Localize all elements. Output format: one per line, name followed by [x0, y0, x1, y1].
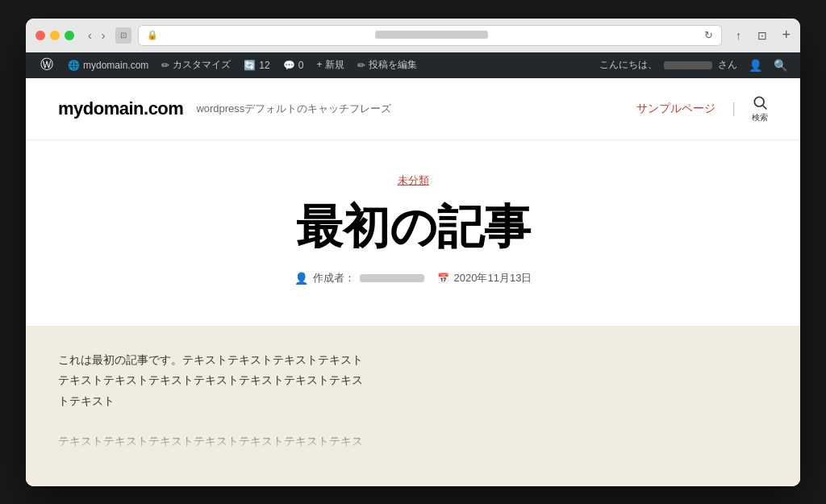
- admin-site-icon: 🌐: [68, 60, 80, 71]
- author-icon: 👤: [294, 272, 308, 285]
- search-button[interactable]: 検索: [752, 94, 768, 123]
- admin-edit-post[interactable]: ✏ 投稿を編集: [351, 52, 423, 78]
- meta-author-label: 作成者：: [313, 271, 355, 285]
- admin-comments-icon: 💬: [283, 60, 295, 71]
- article-meta: 👤 作成者： 📅 2020年11月13日: [58, 271, 768, 285]
- article-category[interactable]: 未分類: [398, 173, 429, 188]
- search-label: 検索: [752, 112, 768, 123]
- meta-author: 👤 作成者：: [294, 271, 424, 285]
- traffic-lights: [35, 31, 74, 40]
- admin-edit-label: 投稿を編集: [369, 58, 417, 72]
- url-blur: [375, 31, 488, 39]
- admin-bar-right: こんにちは、 さん 👤 🔍: [594, 52, 792, 78]
- admin-updates-count: 12: [259, 60, 269, 71]
- svg-point-0: [754, 97, 764, 106]
- reload-button[interactable]: ↻: [704, 29, 713, 41]
- address-bar[interactable]: 🔒 ↻: [138, 25, 722, 46]
- fullscreen-button[interactable]: [65, 31, 74, 40]
- calendar-icon: 📅: [437, 273, 449, 284]
- admin-comments-count: 0: [298, 60, 304, 71]
- admin-customize-icon: ✏: [161, 60, 169, 71]
- minimize-button[interactable]: [50, 31, 60, 40]
- close-button[interactable]: [35, 31, 45, 40]
- site-header: mydomain.com wordpressデフォルトのキャッチフレーズ サンプ…: [26, 78, 800, 140]
- article-paragraph-1: これは最初の記事です。テキストテキストテキストテキスト テキストテキストテキスト…: [58, 350, 542, 411]
- admin-search-button[interactable]: 🔍: [769, 52, 792, 78]
- admin-site-name[interactable]: 🌐 mydomain.com: [61, 52, 155, 78]
- article-hero: 未分類 最初の記事 👤 作成者： 📅 2020年11月13日: [26, 140, 800, 327]
- nav-divider: |: [732, 100, 736, 117]
- browser-actions: ↑ ⊡: [728, 26, 772, 45]
- site-tagline: wordpressデフォルトのキャッチフレーズ: [196, 102, 391, 116]
- nav-buttons: ‹ ›: [84, 27, 109, 44]
- admin-new-label: + 新規: [316, 58, 344, 72]
- site-nav: サンプルページ | 検索: [636, 94, 768, 123]
- admin-updates[interactable]: 🔄 12: [237, 52, 276, 78]
- wp-admin-bar: Ⓦ 🌐 mydomain.com ✏ カスタマイズ 🔄 12 💬 0 + 新規 …: [26, 52, 800, 78]
- tab-icon: ⊡: [115, 27, 131, 44]
- security-lock-icon: 🔒: [147, 30, 158, 40]
- admin-profile-button[interactable]: 👤: [744, 52, 767, 78]
- admin-comments[interactable]: 💬 0: [277, 52, 311, 78]
- browser-window: ‹ › ⊡ 🔒 ↻ ↑ ⊡ + Ⓦ 🌐 mydomain.com: [26, 19, 800, 486]
- add-tab-button[interactable]: +: [782, 27, 791, 44]
- admin-greeting: こんにちは、 さん: [594, 58, 742, 72]
- admin-customize[interactable]: ✏ カスタマイズ: [155, 52, 237, 78]
- article-title: 最初の記事: [58, 201, 768, 252]
- browser-chrome: ‹ › ⊡ 🔒 ↻ ↑ ⊡ +: [26, 19, 800, 52]
- meta-date: 📅 2020年11月13日: [437, 271, 532, 285]
- admin-site-label: mydomain.com: [83, 60, 148, 71]
- new-tab-tile-button[interactable]: ⊡: [753, 26, 772, 45]
- admin-new[interactable]: + 新規: [310, 52, 350, 78]
- nav-sample-page-link[interactable]: サンプルページ: [636, 102, 715, 116]
- article-paragraph-2: テキストテキストテキストテキストテキストテキストテキス: [58, 431, 542, 452]
- share-button[interactable]: ↑: [728, 26, 748, 45]
- article-body: これは最初の記事です。テキストテキストテキストテキスト テキストテキストテキスト…: [26, 326, 800, 485]
- admin-customize-label: カスタマイズ: [173, 58, 231, 72]
- back-button[interactable]: ‹: [84, 27, 96, 44]
- meta-date-text: 2020年11月13日: [454, 271, 532, 285]
- author-name-blur: [360, 274, 424, 282]
- article-text: これは最初の記事です。テキストテキストテキストテキスト テキストテキストテキスト…: [58, 350, 542, 452]
- svg-line-1: [763, 105, 767, 109]
- wp-logo-item[interactable]: Ⓦ: [34, 52, 61, 78]
- title-bar: ‹ › ⊡ 🔒 ↻ ↑ ⊡ +: [26, 19, 800, 52]
- admin-username-blur: [664, 61, 712, 69]
- site-title: mydomain.com: [58, 98, 183, 119]
- address-text: [163, 30, 699, 41]
- wp-logo-icon: Ⓦ: [40, 56, 53, 73]
- search-icon: [752, 94, 768, 110]
- admin-edit-icon: ✏: [357, 60, 365, 71]
- admin-updates-icon: 🔄: [244, 60, 256, 71]
- site-content: mydomain.com wordpressデフォルトのキャッチフレーズ サンプ…: [26, 78, 800, 486]
- forward-button[interactable]: ›: [98, 27, 110, 44]
